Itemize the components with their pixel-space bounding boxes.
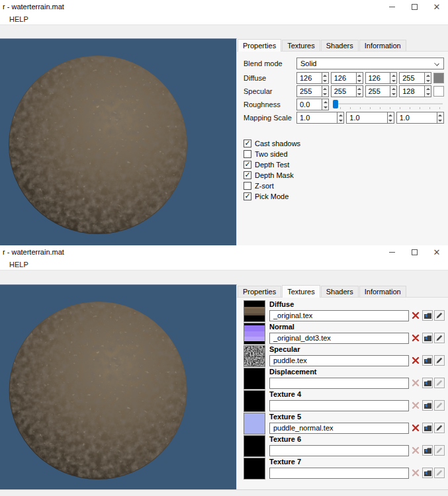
spinner-arrows[interactable] [356, 72, 363, 84]
spinner-arrows[interactable] [424, 72, 431, 84]
checkbox[interactable] [244, 150, 251, 158]
browse-texture-button[interactable] [422, 378, 433, 388]
remove-texture-button[interactable] [410, 333, 421, 343]
diffuse-g-input[interactable] [331, 72, 356, 84]
remove-texture-button[interactable] [410, 423, 421, 433]
open-folder-icon [424, 470, 432, 477]
texture-filename-input[interactable] [269, 400, 409, 411]
checkbox[interactable]: ✓ [244, 192, 251, 200]
tab-shaders[interactable]: Shaders [321, 286, 359, 297]
edit-texture-button[interactable] [434, 355, 445, 366]
texture-filename-input[interactable] [269, 468, 409, 479]
spinner-arrows[interactable] [337, 112, 344, 124]
specular-b-input[interactable] [365, 85, 390, 97]
edit-texture-button[interactable] [434, 310, 445, 321]
tab-properties[interactable]: Properties [238, 39, 281, 52]
mapping-scale-w-input[interactable] [396, 112, 437, 124]
browse-texture-button[interactable] [422, 423, 433, 433]
edit-texture-button[interactable] [434, 378, 445, 388]
diffuse-b-input[interactable] [365, 72, 390, 84]
edit-texture-button[interactable] [434, 333, 445, 343]
preview-viewport[interactable] [0, 38, 237, 245]
flag-depth-test[interactable]: ✓Depth Test [244, 160, 445, 169]
spinner-arrows[interactable] [322, 85, 329, 97]
checkbox[interactable] [244, 182, 251, 190]
spinner-arrows[interactable] [322, 72, 329, 84]
close-button[interactable]: ✕ [426, 0, 448, 13]
texture-slot-label: Normal [269, 323, 445, 331]
minimize-button[interactable] [381, 245, 403, 259]
tab-information[interactable]: Information [359, 40, 406, 51]
flag-label: Depth Mask [255, 171, 294, 179]
checkbox[interactable]: ✓ [244, 161, 251, 169]
texture-filename-input[interactable] [269, 445, 409, 456]
specular-a-input[interactable] [399, 85, 424, 97]
edit-texture-button[interactable] [434, 400, 445, 411]
diffuse-a-input[interactable] [399, 72, 424, 84]
browse-texture-button[interactable] [422, 468, 433, 478]
tab-shaders[interactable]: Shaders [321, 40, 359, 51]
roughness-input[interactable] [296, 99, 322, 110]
tab-textures[interactable]: Textures [282, 285, 320, 298]
preview-viewport[interactable] [0, 284, 237, 489]
flag-z-sort[interactable]: Z-sort [244, 181, 445, 190]
mapping-scale-v-input[interactable] [346, 112, 386, 124]
titlebar[interactable]: r - waterterrain.mat ✕ [0, 245, 448, 259]
browse-texture-button[interactable] [422, 355, 433, 366]
mapping-scale-u-input[interactable] [296, 112, 337, 124]
spinner-arrows[interactable] [424, 85, 431, 97]
checkbox[interactable]: ✓ [244, 140, 251, 147]
texture-filename-input[interactable] [269, 423, 409, 434]
browse-texture-button[interactable] [422, 400, 433, 411]
flag-pick-mode[interactable]: ✓Pick Mode [244, 192, 445, 201]
flag-cast-shadows[interactable]: ✓Cast shadows [244, 139, 445, 148]
spinner-arrows[interactable] [322, 99, 329, 110]
remove-texture-button[interactable] [410, 355, 421, 366]
remove-texture-button[interactable] [410, 378, 421, 388]
specular-b-stepper [365, 85, 398, 97]
blend-mode-select[interactable]: Solid [296, 58, 444, 69]
tab-textures[interactable]: Textures [282, 40, 320, 51]
minimize-button[interactable] [381, 0, 403, 13]
spinner-arrows[interactable] [356, 85, 363, 97]
tab-properties[interactable]: Properties [238, 286, 281, 297]
browse-texture-button[interactable] [422, 333, 433, 343]
spinner-arrows[interactable] [390, 72, 397, 84]
tab-strip: Properties Textures Shaders Information [237, 38, 448, 51]
specular-g-input[interactable] [331, 85, 356, 97]
spinner-arrows[interactable] [390, 85, 397, 97]
edit-texture-button[interactable] [434, 423, 445, 433]
spinner-arrows[interactable] [387, 112, 394, 124]
browse-texture-button[interactable] [422, 310, 433, 321]
close-button[interactable]: ✕ [426, 245, 448, 259]
texture-filename-input[interactable] [269, 378, 409, 389]
menu-help[interactable]: HELP [7, 15, 31, 23]
checkbox[interactable]: ✓ [244, 171, 251, 179]
edit-texture-button[interactable] [434, 468, 445, 478]
flag-depth-mask[interactable]: ✓Depth Mask [244, 171, 445, 180]
slider-handle[interactable] [333, 100, 338, 108]
maximize-button[interactable] [403, 245, 426, 259]
browse-texture-button[interactable] [422, 445, 433, 456]
roughness-row: Roughness [244, 99, 445, 110]
edit-texture-button[interactable] [434, 445, 445, 456]
remove-texture-button[interactable] [410, 445, 421, 456]
titlebar[interactable]: r - waterterrain.mat ✕ [0, 0, 448, 13]
remove-texture-button[interactable] [410, 400, 421, 411]
maximize-button[interactable] [403, 0, 426, 13]
diffuse-r-input[interactable] [296, 72, 322, 84]
texture-filename-input[interactable] [269, 310, 409, 321]
tab-information[interactable]: Information [359, 286, 406, 297]
spinner-arrows[interactable] [437, 112, 444, 124]
flag-two-sided[interactable]: Two sided [244, 149, 445, 159]
roughness-stepper [296, 99, 329, 110]
menu-help[interactable]: HELP [7, 261, 31, 269]
diffuse-color-swatch[interactable] [433, 73, 444, 83]
texture-filename-input[interactable] [269, 355, 409, 366]
roughness-slider[interactable] [331, 99, 444, 110]
texture-filename-input[interactable] [269, 333, 409, 344]
specular-color-swatch[interactable] [433, 86, 444, 97]
specular-r-input[interactable] [296, 85, 322, 97]
remove-texture-button[interactable] [410, 310, 421, 321]
remove-texture-button[interactable] [410, 468, 421, 478]
